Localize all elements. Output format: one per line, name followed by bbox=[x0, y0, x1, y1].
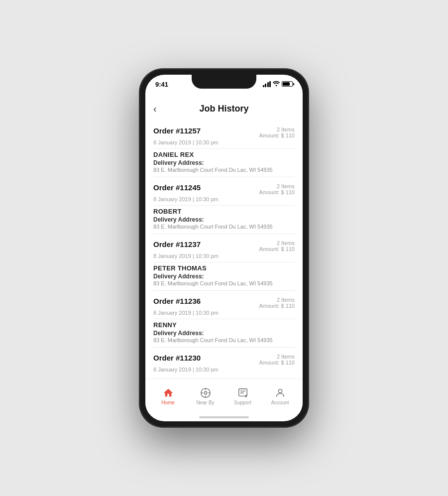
nav-label-account: Account bbox=[271, 400, 289, 405]
home-icon bbox=[163, 387, 174, 398]
items-count: 2 Items bbox=[259, 297, 295, 303]
order-date: 8 January 2019 | 10:30 pm bbox=[153, 139, 295, 145]
customer-name: PETER THOMAS bbox=[153, 264, 295, 272]
delivery-label: Delivery Address: bbox=[153, 159, 295, 166]
order-date: 8 January 2019 | 10:30 pm bbox=[153, 196, 295, 202]
nav-label-support: Support bbox=[234, 400, 251, 405]
order-number: Order #11230 bbox=[153, 354, 201, 362]
order-card-1[interactable]: Order #11245 2 Items Amount: $ 110 8 Jan… bbox=[153, 177, 295, 234]
order-amount: Amount: $ 110 bbox=[259, 360, 295, 366]
home-bar bbox=[199, 416, 249, 418]
nav-item-support[interactable]: Support bbox=[224, 387, 261, 405]
order-header: Order #11230 2 Items Amount: $ 110 bbox=[153, 354, 295, 366]
divider bbox=[153, 205, 295, 206]
phone-frame: 9:41 bbox=[139, 69, 309, 427]
items-count: 2 Items bbox=[259, 126, 295, 132]
customer-name: RENNY bbox=[153, 321, 295, 329]
phone-screen: 9:41 bbox=[145, 75, 303, 421]
customer-name: ROBERT bbox=[153, 208, 295, 215]
order-meta-right: 2 Items Amount: $ 110 bbox=[259, 183, 295, 195]
signal-bar-1 bbox=[263, 85, 264, 87]
order-date: 8 January 2019 | 10:30 pm bbox=[153, 310, 295, 316]
order-header: Order #11257 2 Items Amount: $ 110 bbox=[153, 126, 295, 138]
nearby-icon bbox=[200, 387, 211, 398]
order-card-4[interactable]: Order #11230 2 Items Amount: $ 110 8 Jan… bbox=[153, 348, 295, 378]
order-number: Order #11245 bbox=[153, 183, 201, 192]
nav-item-home[interactable]: Home bbox=[149, 387, 187, 405]
delivery-label: Delivery Address: bbox=[153, 273, 295, 280]
order-meta-right: 2 Items Amount: $ 110 bbox=[259, 354, 295, 366]
phone-wrapper: 9:41 bbox=[139, 69, 309, 427]
wifi-icon bbox=[273, 81, 280, 87]
order-meta-right: 2 Items Amount: $ 110 bbox=[259, 297, 295, 309]
order-card-0[interactable]: Order #11257 2 Items Amount: $ 110 8 Jan… bbox=[153, 121, 295, 177]
order-number: Order #11237 bbox=[153, 240, 201, 248]
items-count: 2 Items bbox=[259, 183, 295, 189]
delivery-address: 83 E. Marlborough Court Fond Du Lac, WI … bbox=[153, 167, 295, 173]
nav-item-nearby[interactable]: Near By bbox=[187, 387, 224, 405]
customer-name: DANIEL REX bbox=[153, 151, 295, 158]
svg-point-7 bbox=[278, 389, 282, 392]
order-meta-right: 2 Items Amount: $ 110 bbox=[259, 126, 295, 138]
home-indicator bbox=[145, 413, 303, 421]
divider bbox=[153, 148, 295, 149]
signal-bar-3 bbox=[267, 82, 269, 87]
back-button[interactable]: ‹ bbox=[153, 103, 157, 115]
content-area: Order #11257 2 Items Amount: $ 110 8 Jan… bbox=[145, 121, 303, 378]
battery-icon bbox=[282, 81, 293, 87]
order-amount: Amount: $ 110 bbox=[259, 303, 295, 309]
order-amount: Amount: $ 110 bbox=[259, 132, 295, 138]
page-title: Job History bbox=[199, 104, 248, 114]
delivery-address: 83 E. Marlborough Court Fond Du Lac, WI … bbox=[153, 224, 295, 230]
status-icons bbox=[263, 80, 293, 87]
order-header: Order #11245 2 Items Amount: $ 110 bbox=[153, 183, 295, 195]
order-amount: Amount: $ 110 bbox=[259, 246, 295, 252]
order-date: 8 January 2019 | 10:30 pm bbox=[153, 367, 295, 372]
divider bbox=[153, 262, 295, 262]
order-number: Order #11236 bbox=[153, 297, 201, 305]
order-card-2[interactable]: Order #11237 2 Items Amount: $ 110 8 Jan… bbox=[153, 234, 295, 291]
delivery-label: Delivery Address: bbox=[153, 330, 295, 337]
signal-bar-4 bbox=[269, 81, 271, 87]
nav-label-nearby: Near By bbox=[196, 400, 214, 405]
delivery-address: 83 E. Marlborough Court Fond Du Lac, WI … bbox=[153, 280, 295, 286]
order-header: Order #11237 2 Items Amount: $ 110 bbox=[153, 240, 295, 252]
divider bbox=[153, 319, 295, 319]
app-header: ‹ Job History bbox=[145, 97, 303, 121]
order-number: Order #11257 bbox=[153, 126, 201, 135]
svg-point-1 bbox=[204, 391, 207, 394]
bottom-nav: Home Near By bbox=[145, 378, 303, 413]
signal-bars-icon bbox=[263, 81, 271, 87]
support-icon bbox=[237, 387, 248, 398]
order-header: Order #11236 2 Items Amount: $ 110 bbox=[153, 297, 295, 309]
delivery-address: 83 E. Marlborough Court Fond Du Lac, WI … bbox=[153, 337, 295, 343]
notch bbox=[192, 75, 256, 89]
items-count: 2 Items bbox=[259, 240, 295, 246]
order-card-3[interactable]: Order #11236 2 Items Amount: $ 110 8 Jan… bbox=[153, 291, 295, 348]
order-date: 8 January 2019 | 10:30 pm bbox=[153, 253, 295, 259]
order-meta-right: 2 Items Amount: $ 110 bbox=[259, 240, 295, 252]
status-time: 9:41 bbox=[155, 80, 168, 88]
signal-bar-2 bbox=[265, 84, 266, 87]
delivery-label: Delivery Address: bbox=[153, 216, 295, 223]
items-count: 2 Items bbox=[259, 354, 295, 360]
nav-item-account[interactable]: Account bbox=[261, 387, 299, 405]
account-icon bbox=[275, 387, 286, 398]
order-amount: Amount: $ 110 bbox=[259, 189, 295, 195]
battery-fill bbox=[283, 82, 290, 86]
nav-label-home: Home bbox=[161, 400, 175, 405]
orders-list: Order #11257 2 Items Amount: $ 110 8 Jan… bbox=[153, 121, 295, 378]
